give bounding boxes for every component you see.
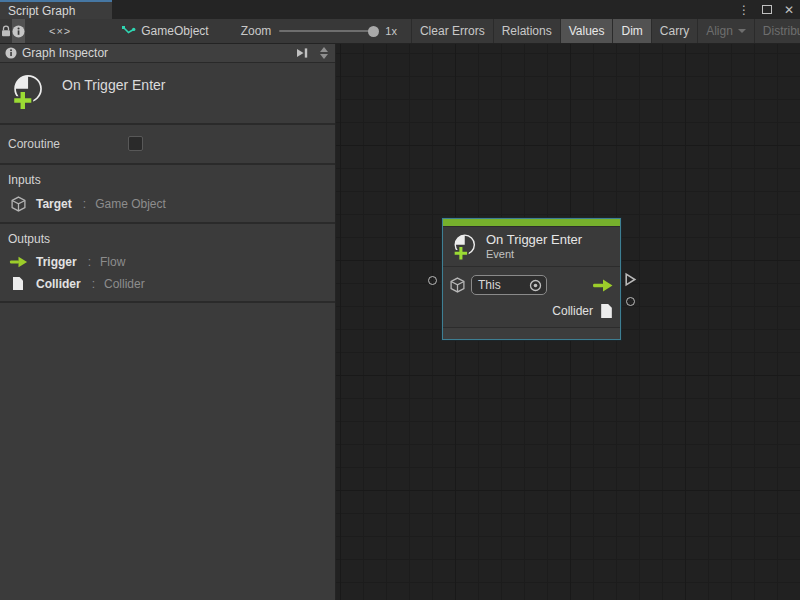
- relations-button[interactable]: Relations: [494, 19, 560, 43]
- main-area: Graph Inspector On Trigger Enter Corouti…: [0, 44, 800, 600]
- node-header[interactable]: On Trigger Enter Event: [443, 227, 620, 266]
- inspector-toggle-button[interactable]: [12, 19, 25, 43]
- flow-arrow-icon: [592, 279, 613, 292]
- inputs-title: Inputs: [8, 173, 327, 187]
- cube-icon: [8, 196, 28, 212]
- output-row-collider: Collider : Collider: [8, 276, 327, 291]
- spinner-down-icon: [320, 54, 328, 59]
- output-row-trigger: Trigger : Flow: [8, 255, 327, 269]
- info-icon: [12, 25, 25, 38]
- zoom-value: 1x: [385, 25, 397, 37]
- coroutine-row: Coroutine: [0, 125, 335, 165]
- cube-icon: [450, 277, 465, 293]
- zoom-label: Zoom: [241, 24, 272, 38]
- event-icon: [8, 73, 46, 111]
- target-field-value: This: [478, 278, 525, 292]
- node-title: On Trigger Enter: [486, 232, 582, 248]
- values-button[interactable]: Values: [561, 19, 613, 43]
- node-footer: [443, 327, 620, 339]
- gameobject-graph-icon: [121, 24, 136, 38]
- event-icon: [450, 233, 478, 261]
- carry-button[interactable]: Carry: [652, 19, 697, 43]
- inspector-empty-space: [0, 303, 335, 600]
- flow-arrow-icon: [8, 256, 28, 268]
- port-name: Target: [36, 197, 72, 211]
- port-type: Collider: [104, 277, 145, 291]
- align-dropdown[interactable]: Align: [698, 19, 754, 43]
- node-row-collider: Collider: [450, 299, 613, 323]
- panel-title: Graph Inspector: [22, 46, 290, 60]
- node-subtitle: Event: [486, 248, 582, 261]
- clear-errors-button[interactable]: Clear Errors: [412, 19, 493, 43]
- target-value-field[interactable]: This: [471, 275, 547, 295]
- spinner-up-icon: [320, 47, 328, 52]
- zoom-control: Zoom 1x: [233, 19, 405, 43]
- graph-inspector-header: Graph Inspector: [0, 44, 335, 63]
- graph-canvas[interactable]: On Trigger Enter Event This: [336, 44, 800, 600]
- toolbar: <×> GameObject Zoom 1x Clear Errors Rela…: [0, 19, 800, 44]
- document-icon: [600, 303, 613, 319]
- gameobject-reference[interactable]: GameObject: [111, 19, 218, 43]
- coroutine-label: Coroutine: [8, 137, 128, 151]
- node-row-target: This: [450, 273, 613, 297]
- info-icon: [5, 47, 17, 59]
- coroutine-checkbox[interactable]: [128, 136, 143, 151]
- distribute-dropdown[interactable]: Distribute: [755, 19, 800, 43]
- node-titles: On Trigger Enter Event: [486, 232, 582, 261]
- window-controls: ⋮ ✕: [738, 0, 794, 19]
- input-row-target: Target : Game Object: [8, 196, 327, 212]
- port-type: Game Object: [95, 197, 166, 211]
- node-body-frame[interactable]: On Trigger Enter Event This: [442, 218, 621, 340]
- chevron-down-icon: [738, 29, 746, 33]
- port-collider-output[interactable]: [626, 297, 635, 306]
- graph-inspector-panel: Graph Inspector On Trigger Enter Corouti…: [0, 44, 336, 600]
- node-color-bar: [443, 219, 620, 227]
- panel-spinner[interactable]: [320, 47, 328, 59]
- document-icon: [8, 276, 28, 291]
- inputs-section: Inputs Target : Game Object: [0, 165, 335, 224]
- zoom-slider[interactable]: [279, 30, 377, 32]
- maximize-icon[interactable]: [762, 5, 772, 14]
- outputs-section: Outputs Trigger : Flow Collider : Collid…: [0, 224, 335, 303]
- port-trigger-flow-output[interactable]: [624, 272, 637, 287]
- port-name: Trigger: [36, 255, 77, 269]
- tab-script-graph[interactable]: Script Graph: [0, 0, 112, 19]
- tab-label: Script Graph: [8, 4, 75, 18]
- unit-header: On Trigger Enter: [0, 63, 335, 125]
- collider-output-label: Collider: [552, 304, 593, 318]
- port-name: Collider: [36, 277, 81, 291]
- menu-icon[interactable]: ⋮: [738, 4, 750, 16]
- outputs-title: Outputs: [8, 232, 327, 246]
- tab-bar: Script Graph ⋮ ✕: [0, 0, 800, 19]
- lock-icon: [0, 25, 12, 38]
- dim-button[interactable]: Dim: [613, 19, 650, 43]
- zoom-slider-handle[interactable]: [368, 26, 379, 37]
- object-picker-icon[interactable]: [529, 279, 542, 292]
- code-view-button[interactable]: <×>: [41, 19, 79, 43]
- close-icon[interactable]: ✕: [784, 4, 794, 16]
- code-icon: <×>: [49, 25, 71, 37]
- lock-button[interactable]: [0, 19, 12, 43]
- port-type: Flow: [100, 255, 125, 269]
- unit-title: On Trigger Enter: [62, 73, 166, 93]
- node-on-trigger-enter[interactable]: On Trigger Enter Event This: [442, 218, 621, 340]
- node-ports-area: This Collider: [443, 266, 620, 327]
- toolbar-button-group: Clear Errors Relations Values Dim Carry …: [411, 19, 800, 43]
- script-graph-window: Script Graph ⋮ ✕ <×> GameObject Zoom: [0, 0, 800, 600]
- gameobject-label: GameObject: [141, 24, 208, 38]
- dock-icon[interactable]: [295, 47, 309, 59]
- port-target-input[interactable]: [428, 276, 437, 285]
